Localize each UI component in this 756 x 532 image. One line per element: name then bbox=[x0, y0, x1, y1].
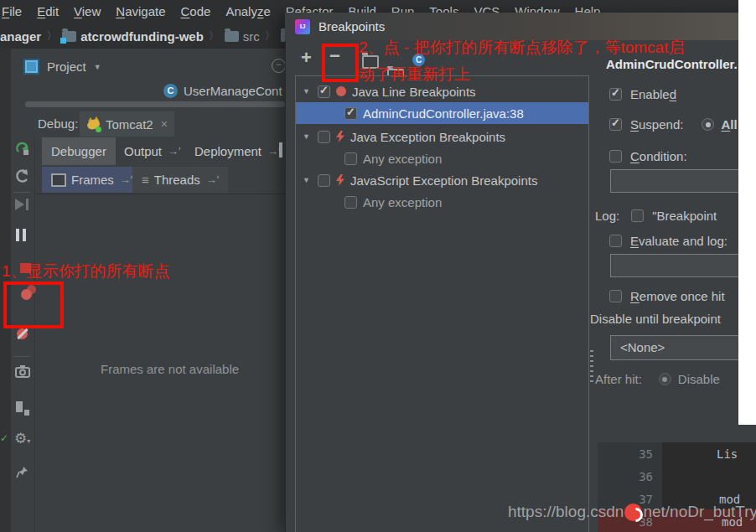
enabled-row: Enabled bbox=[609, 87, 676, 101]
tab-threads[interactable]: ≡ Threads bbox=[132, 167, 228, 193]
menu-code[interactable]: Code bbox=[181, 0, 211, 23]
hide-panel-icon[interactable]: − bbox=[272, 59, 286, 73]
checkbox[interactable] bbox=[344, 196, 357, 209]
checkbox[interactable] bbox=[344, 107, 357, 120]
evaluate-row: Evaluate and log: bbox=[609, 234, 728, 248]
tree-expand-icon[interactable]: ▼ bbox=[303, 132, 313, 141]
line-number: 35 bbox=[598, 447, 653, 461]
threads-icon: ≡ bbox=[142, 173, 149, 187]
line-number: 36 bbox=[598, 470, 653, 483]
log-checkbox[interactable] bbox=[631, 209, 644, 222]
frames-icon bbox=[51, 173, 66, 187]
project-panel-title[interactable]: Project bbox=[47, 59, 86, 74]
evaluate-label: Evaluate and log: bbox=[630, 234, 728, 248]
tree-expand-icon[interactable]: ▼ bbox=[303, 87, 313, 96]
restore-layout-icon[interactable] bbox=[16, 400, 29, 416]
tab-output[interactable]: Output bbox=[115, 137, 189, 165]
status-dot bbox=[96, 127, 101, 132]
partial-tab-icon bbox=[279, 142, 282, 158]
csdn-logo-icon bbox=[624, 504, 642, 521]
after-hit-row: After hit: Disable bbox=[595, 372, 720, 386]
close-icon[interactable]: × bbox=[161, 117, 168, 131]
pause-icon[interactable] bbox=[14, 229, 28, 245]
suspend-row: Suspend: All bbox=[609, 117, 738, 132]
chevron-down-icon[interactable]: ▼ bbox=[94, 63, 101, 71]
tabs-scrollbar-thumb[interactable] bbox=[25, 101, 285, 107]
breadcrumb-src[interactable]: src bbox=[243, 29, 260, 44]
log-label: Log: bbox=[595, 209, 619, 223]
crop-white-strip bbox=[738, 0, 756, 425]
tab-debugger[interactable]: Debugger bbox=[42, 137, 116, 165]
exception-bolt-icon bbox=[336, 131, 344, 142]
tree-expand-icon[interactable]: ▼ bbox=[303, 176, 313, 184]
annotation-note-2-line1: 2、点 - 把你打的所有断点移除了，等tomcat启 bbox=[359, 37, 684, 59]
log-message-label: "Breakpoint bbox=[652, 209, 717, 223]
tab-threads-label: Threads bbox=[154, 173, 200, 187]
resume-icon[interactable] bbox=[15, 199, 28, 214]
tree-row-any-exception[interactable]: Any exception bbox=[296, 147, 588, 169]
menu-navigate[interactable]: Navigate bbox=[116, 0, 165, 23]
suspend-all-radio[interactable] bbox=[702, 118, 714, 131]
tab-output-label: Output bbox=[124, 144, 162, 158]
mute-breakpoints-icon[interactable] bbox=[16, 328, 28, 340]
breadcrumb-separator: 〉 bbox=[265, 28, 276, 44]
evaluate-input[interactable] bbox=[610, 254, 756, 277]
module-folder-icon bbox=[62, 31, 76, 42]
settings-gear-icon[interactable]: ⚙▾ bbox=[14, 430, 30, 447]
ide-window: FileEditViewNavigateCodeAnalyzeRefactorB… bbox=[0, 0, 756, 532]
checkbox[interactable] bbox=[344, 152, 357, 165]
disable-until-combo[interactable]: <None> bbox=[610, 335, 756, 360]
folder-icon bbox=[225, 31, 239, 42]
condition-checkbox[interactable] bbox=[609, 150, 622, 163]
code-text: Lis bbox=[717, 447, 738, 461]
tree-row-label: Any exception bbox=[363, 195, 442, 209]
refresh-icon[interactable] bbox=[15, 168, 30, 183]
annotation-square bbox=[20, 263, 31, 273]
rerun-icon[interactable] bbox=[15, 141, 30, 156]
pin-icon[interactable] bbox=[16, 465, 29, 478]
tree-row-any-exception-js[interactable]: Any exception bbox=[296, 191, 588, 213]
menu-analyze[interactable]: Analyze bbox=[225, 0, 270, 23]
checkbox[interactable] bbox=[318, 85, 330, 98]
debug-session-tab[interactable]: Tomcat2 × bbox=[80, 111, 174, 137]
annotation-note-2-line2: 动了再重新打上 bbox=[359, 64, 470, 85]
tree-row-admincrud[interactable]: AdminCrudController.java:38 bbox=[296, 102, 588, 124]
tree-row-java-exception-group[interactable]: ▼ Java Exception Breakpoints bbox=[296, 126, 588, 147]
run-toolwindow-icon[interactable]: ✓ bbox=[0, 432, 8, 444]
enabled-label: Enabled bbox=[630, 87, 676, 101]
tree-row-label: JavaScript Exception Breakpoints bbox=[350, 173, 537, 188]
menu-file[interactable]: File bbox=[2, 0, 22, 23]
project-panel-header: Project ▼ − bbox=[11, 49, 285, 109]
breadcrumb-root[interactable]: anager bbox=[0, 29, 41, 44]
frames-empty-message: Frames are not available bbox=[101, 362, 239, 376]
camera-icon[interactable] bbox=[15, 364, 30, 378]
enabled-checkbox[interactable] bbox=[609, 88, 622, 101]
evaluate-checkbox[interactable] bbox=[609, 235, 622, 247]
breadcrumb-module[interactable]: atcrowdfunding-web bbox=[80, 29, 204, 44]
tree-row-js-exception-group[interactable]: ▼ JavaScript Exception Breakpoints bbox=[296, 169, 588, 191]
menu-view[interactable]: View bbox=[74, 0, 101, 23]
editor-tab[interactable]: C UserManageCont bbox=[163, 84, 282, 98]
panel-resize-grip[interactable] bbox=[590, 350, 593, 382]
suspend-checkbox[interactable] bbox=[609, 118, 622, 131]
menu-edit[interactable]: Edit bbox=[37, 0, 59, 23]
tab-frames[interactable]: Frames bbox=[42, 167, 142, 193]
checkbox[interactable] bbox=[318, 174, 330, 187]
project-icon bbox=[23, 59, 39, 75]
annotation-rect-breakpoints-icon bbox=[3, 281, 64, 328]
checkbox[interactable] bbox=[318, 131, 330, 143]
condition-row: Condition: bbox=[609, 149, 687, 163]
tree-row-label: Java Exception Breakpoints bbox=[350, 130, 505, 144]
remove-once-checkbox[interactable] bbox=[609, 290, 622, 302]
suspend-label: Suspend: bbox=[630, 117, 683, 132]
debug-label: Debug: bbox=[38, 116, 78, 131]
tomcat-icon bbox=[86, 118, 101, 131]
after-hit-disable-radio[interactable] bbox=[659, 373, 671, 385]
tab-deployment[interactable]: Deployment bbox=[185, 137, 289, 165]
add-breakpoint-button[interactable]: + bbox=[301, 49, 312, 67]
condition-input[interactable] bbox=[610, 169, 756, 193]
breakpoint-details-header: AdminCrudController. bbox=[606, 57, 738, 71]
remove-once-row: Remove once hit bbox=[609, 289, 725, 303]
tab-deployment-label: Deployment bbox=[194, 144, 261, 158]
tree-row-label: AdminCrudController.java:38 bbox=[363, 106, 524, 121]
